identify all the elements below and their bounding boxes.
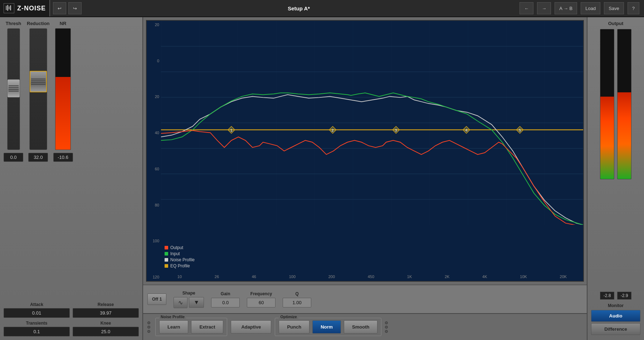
x-label-10: 10: [177, 275, 182, 279]
eq-controls: Off 1 Shape ∿ ▼ Gain 0.0 Frequency 60 Q …: [143, 285, 587, 313]
norm-button[interactable]: Norm: [312, 320, 341, 334]
nav-prev-button[interactable]: ←: [519, 2, 533, 14]
attack-label: Attack: [30, 302, 43, 307]
legend-input: Input: [165, 251, 195, 256]
dot-4: [385, 321, 388, 324]
eq-gain-col: Gain 0.0: [211, 291, 240, 307]
audio-button[interactable]: Audio: [591, 310, 640, 322]
reduction-slider-track[interactable]: [29, 28, 47, 150]
y-label-120: 120: [147, 275, 161, 279]
redo-button[interactable]: ↪: [68, 2, 82, 14]
svg-text:5: 5: [519, 128, 521, 132]
punch-button[interactable]: Punch: [279, 320, 309, 334]
legend-noise-dot: [165, 258, 168, 262]
waves-logo: [4, 3, 14, 13]
legend-input-dot: [165, 252, 168, 256]
y-label-20top: 20: [147, 23, 161, 27]
undo-button[interactable]: ↩: [53, 2, 66, 14]
legend-eq-label: EQ Profile: [170, 263, 190, 268]
y-label-80: 80: [147, 203, 161, 207]
logo-area: Z-NOISE: [0, 0, 50, 16]
thresh-slider-track[interactable]: [7, 28, 20, 150]
smooth-button[interactable]: Smooth: [344, 320, 377, 334]
y-label-60: 60: [147, 167, 161, 171]
thresh-label: Thresh: [6, 21, 21, 26]
x-label-450: 450: [368, 275, 374, 279]
eq-q-value[interactable]: 1.00: [283, 298, 311, 307]
thresh-value[interactable]: 0.0: [4, 153, 23, 162]
shape-curve-button[interactable]: ∿: [174, 297, 187, 308]
svg-text:2: 2: [332, 128, 334, 132]
dots-left: [147, 321, 150, 333]
legend-noise-profile: Noise Profile: [165, 257, 195, 262]
ab-button[interactable]: A → B: [555, 2, 577, 14]
eq-gain-label: Gain: [221, 291, 230, 296]
transients-control: Transients 0.1: [4, 321, 70, 336]
bottom-bar: Noise Profile Learn Extract Adaptive Opt…: [143, 313, 587, 340]
noise-profile-title: Noise Profile: [159, 315, 186, 319]
legend-output: Output: [165, 245, 195, 250]
reduction-slider-handle[interactable]: [30, 71, 47, 92]
output-label: Output: [608, 21, 624, 26]
optimize-title: Optimize: [279, 315, 298, 319]
shape-dropdown-button[interactable]: ▼: [189, 297, 204, 308]
x-label-100: 100: [289, 275, 296, 279]
svg-text:3: 3: [395, 128, 397, 132]
x-label-26: 26: [215, 275, 219, 279]
meter-left-value[interactable]: -2.8: [600, 292, 614, 300]
spectrum-legend: Output Input Noise Profile EQ Profile: [165, 245, 195, 268]
difference-button[interactable]: Difference: [591, 323, 640, 335]
eq-band-button[interactable]: Off 1: [147, 293, 166, 305]
y-label-100: 100: [147, 239, 161, 243]
setup-area: Setup A*: [83, 5, 515, 11]
svg-text:4: 4: [465, 128, 468, 132]
monitor-label: Monitor: [591, 303, 640, 308]
knee-label: Knee: [101, 321, 111, 326]
load-button[interactable]: Load: [581, 2, 600, 14]
noise-profile-section: Noise Profile Learn Extract: [155, 318, 227, 336]
eq-freq-label: Frequency: [250, 291, 272, 296]
dot-5: [385, 326, 388, 329]
release-value[interactable]: 39.97: [73, 308, 139, 318]
setup-label: Setup A*: [288, 5, 310, 11]
plugin-name-label: Z-NOISE: [17, 5, 46, 12]
svg-rect-0: [6, 6, 7, 10]
svg-rect-3: [10, 5, 11, 10]
nr-control: NR -10.6: [53, 21, 73, 162]
attack-value[interactable]: 0.01: [4, 308, 70, 318]
x-label-2k: 2K: [445, 275, 449, 279]
meter-right-value[interactable]: -2.9: [617, 292, 631, 300]
nav-next-button[interactable]: →: [537, 2, 551, 14]
legend-output-dot: [165, 246, 168, 249]
nr-value[interactable]: -10.6: [53, 153, 73, 162]
thresh-handle-lines: [9, 84, 19, 92]
nr-fill: [55, 77, 70, 150]
learn-button[interactable]: Learn: [159, 320, 188, 334]
adaptive-button[interactable]: Adaptive: [231, 320, 271, 334]
svg-text:1: 1: [230, 128, 233, 132]
reduction-handle-lines: [31, 78, 45, 86]
transients-label: Transients: [26, 321, 47, 326]
knee-value[interactable]: 25.0: [73, 327, 139, 336]
help-button[interactable]: ?: [628, 2, 639, 14]
nr-label: NR: [60, 21, 67, 26]
meters-row: [600, 29, 631, 290]
thresh-slider-handle[interactable]: [8, 79, 20, 97]
save-button[interactable]: Save: [604, 2, 624, 14]
extract-button[interactable]: Extract: [191, 320, 223, 334]
legend-eq-profile: EQ Profile: [165, 263, 195, 268]
reduction-value[interactable]: 32.0: [28, 153, 48, 162]
eq-q-label: Q: [296, 291, 299, 296]
top-bar: Z-NOISE ↩ ↪ Setup A* ← → A → B Load Save…: [0, 0, 644, 17]
svg-rect-1: [7, 5, 8, 11]
right-panel: Output -2.8 -2.9 Monitor Audio Differenc…: [587, 17, 644, 340]
dot-3: [147, 330, 150, 333]
meter-right: [617, 29, 631, 179]
legend-noise-label: Noise Profile: [170, 257, 195, 262]
x-label-4k: 4K: [482, 275, 487, 279]
x-label-46: 46: [252, 275, 256, 279]
attack-control: Attack 0.01: [4, 302, 70, 318]
eq-freq-value[interactable]: 60: [247, 298, 275, 307]
transients-value[interactable]: 0.1: [4, 327, 70, 336]
eq-gain-value[interactable]: 0.0: [211, 298, 240, 307]
